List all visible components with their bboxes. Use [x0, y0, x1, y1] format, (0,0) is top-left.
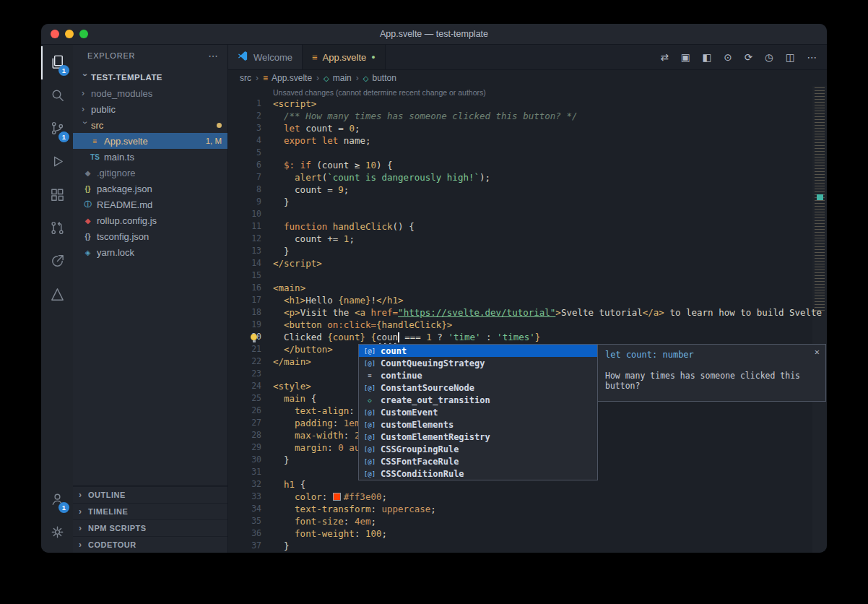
line-number[interactable]: 34 — [228, 503, 261, 515]
activity-item-search[interactable] — [41, 79, 73, 113]
close-window-button[interactable] — [51, 30, 59, 38]
suggestion-customelementregistry[interactable]: [@]CustomElementRegistry — [359, 431, 597, 443]
code-line[interactable]: 36font-weight: 100; — [228, 527, 827, 540]
tree-file-readme-md[interactable]: ⓘREADME.md — [73, 197, 227, 212]
line-number[interactable]: 26 — [228, 405, 261, 417]
line-number[interactable]: 17 — [228, 294, 261, 306]
tree-folder-src[interactable]: ›src — [73, 117, 227, 133]
tree-file-package-json[interactable]: {}package.json — [73, 181, 227, 197]
breadcrumb-item-main[interactable]: ◇main — [324, 73, 352, 83]
activity-item-source-control[interactable]: 1 — [41, 113, 73, 146]
line-number[interactable]: 10 — [228, 208, 261, 220]
line-number[interactable]: 19 — [228, 319, 261, 331]
line-number[interactable]: 6 — [228, 159, 261, 171]
activity-item-github-pr[interactable] — [41, 212, 73, 246]
line-number[interactable]: 36 — [228, 527, 261, 540]
tab-app-svelte[interactable]: ≡App.svelte● — [303, 45, 386, 69]
code-line[interactable]: 12count += 1; — [228, 233, 827, 245]
line-number[interactable]: 25 — [228, 392, 261, 405]
tree-file--gitignore[interactable]: ◆.gitignore — [73, 165, 227, 181]
line-number[interactable]: 4 — [228, 134, 261, 147]
line-number[interactable]: 30 — [228, 454, 261, 466]
code-line[interactable]: 1<script> — [228, 98, 827, 110]
code-line[interactable]: 34text-transform: uppercase; — [228, 503, 827, 515]
line-number[interactable]: 5 — [228, 147, 261, 159]
code-line[interactable]: 37} — [228, 540, 827, 552]
line-number[interactable]: 31 — [228, 466, 261, 478]
breadcrumb-item-app-svelte[interactable]: ≡App.svelte — [263, 73, 312, 83]
activity-item-explorer[interactable]: 1 — [41, 46, 73, 79]
next-change-icon[interactable]: ⟳ — [745, 51, 752, 63]
line-number[interactable]: 27 — [228, 417, 261, 429]
zoom-window-button[interactable] — [79, 30, 88, 38]
suggestion-constantsourcenode[interactable]: [@]ConstantSourceNode — [359, 381, 597, 394]
suggestion-cssfontfacerule[interactable]: [@]CSSFontFaceRule — [359, 455, 597, 467]
tree-file-yarn-lock[interactable]: ◈yarn.lock — [73, 244, 227, 260]
open-changes-icon[interactable]: ⇄ — [660, 51, 668, 63]
code-line[interactable]: 35font-size: 4em; — [228, 515, 827, 527]
line-number[interactable]: 8 — [228, 184, 261, 196]
code-line[interactable]: 6$: if (count ≥ 10) { — [228, 159, 827, 171]
line-number[interactable]: 15 — [228, 269, 261, 282]
code-line[interactable]: 7alert(`count is dangerously high!`); — [228, 171, 827, 184]
code-line[interactable]: 17<h1>Hello {name}!</h1> — [228, 294, 827, 306]
lightbulb-icon[interactable] — [251, 334, 257, 340]
line-number[interactable]: 7 — [228, 171, 261, 184]
previous-change-icon[interactable]: ⊙ — [724, 51, 732, 63]
line-number[interactable]: 14 — [228, 257, 261, 269]
line-number[interactable]: 9 — [228, 196, 261, 208]
split-editor-icon[interactable]: ◫ — [786, 51, 795, 63]
sidebar-section-outline[interactable]: ›OUTLINE — [73, 486, 227, 503]
suggestion-count[interactable]: [@]count — [359, 345, 597, 357]
code-line[interactable]: 15 — [228, 269, 827, 282]
close-icon[interactable]: ✕ — [815, 347, 820, 357]
tab-welcome[interactable]: Welcome — [228, 45, 303, 69]
line-number[interactable]: 2 — [228, 110, 261, 122]
more-actions-icon[interactable]: ⋯ — [807, 51, 817, 63]
sidebar-section-codetour[interactable]: ›CODETOUR — [73, 536, 227, 553]
tree-file-app-svelte[interactable]: ≡App.svelte1, M — [73, 133, 227, 149]
code-line[interactable]: 9} — [228, 196, 827, 208]
sidebar-section-npm-scripts[interactable]: ›NPM SCRIPTS — [73, 519, 227, 536]
line-number[interactable]: 3 — [228, 122, 261, 134]
suggestion-cssgroupingrule[interactable]: [@]CSSGroupingRule — [359, 443, 597, 455]
code-line[interactable]: 20Clicked {count} {coun === 1 ? 'time' :… — [228, 331, 827, 343]
code-line[interactable]: 8count = 9; — [228, 184, 827, 196]
code-line[interactable]: 3let count = 0; — [228, 122, 827, 134]
activity-item-run-debug[interactable] — [41, 146, 73, 179]
suggestion-continue[interactable]: ≡continue — [359, 369, 597, 381]
line-number[interactable]: 33 — [228, 491, 261, 503]
line-number[interactable]: 11 — [228, 220, 261, 233]
code-line[interactable]: 16<main> — [228, 282, 827, 294]
more-actions-icon[interactable]: ⋯ — [208, 50, 219, 61]
line-number[interactable]: 29 — [228, 441, 261, 454]
minimize-window-button[interactable] — [65, 30, 74, 38]
breadcrumb-item-button[interactable]: ◇button — [363, 73, 396, 83]
line-number[interactable]: 24 — [228, 380, 261, 392]
code-editor[interactable]: Unsaved changes (cannot determine recent… — [228, 86, 827, 553]
suggestion-cssconditionrule[interactable]: [@]CSSConditionRule — [359, 467, 597, 480]
code-line[interactable]: 18<p>Visit the <a href="https://svelte.d… — [228, 306, 827, 319]
code-line[interactable]: 5 — [228, 147, 827, 159]
code-line[interactable]: 10 — [228, 208, 827, 220]
code-line[interactable]: 4export let name; — [228, 134, 827, 147]
code-line[interactable]: 33color: #ff3e00; — [228, 491, 827, 503]
toggle-inline-view-icon[interactable]: ◧ — [703, 51, 712, 63]
line-number[interactable]: 28 — [228, 429, 261, 441]
tree-file-main-ts[interactable]: TSmain.ts — [73, 149, 227, 165]
explorer-root-folder[interactable]: ›TEST-TEMPLATE — [73, 69, 227, 85]
line-number[interactable]: 18 — [228, 306, 261, 319]
suggestion-create_out_transition[interactable]: ◇create_out_transition — [359, 394, 597, 406]
line-number[interactable]: 21 — [228, 343, 261, 355]
code-line[interactable]: 14</script> — [228, 257, 827, 269]
suggestion-countqueuingstrategy[interactable]: [@]CountQueuingStrategy — [359, 357, 597, 369]
activity-item-azure[interactable] — [41, 279, 73, 312]
line-number[interactable]: 22 — [228, 355, 261, 368]
activity-item-account[interactable]: 1 — [41, 483, 73, 517]
minimap[interactable] — [812, 86, 827, 553]
code-line[interactable]: 2/** How many times has someone clicked … — [228, 110, 827, 122]
breadcrumb-item-src[interactable]: src — [240, 73, 251, 83]
activity-item-extensions[interactable] — [41, 179, 73, 212]
code-line[interactable]: 19<button on:click={handleClick}> — [228, 319, 827, 331]
suggestion-customelements[interactable]: [@]customElements — [359, 418, 597, 431]
